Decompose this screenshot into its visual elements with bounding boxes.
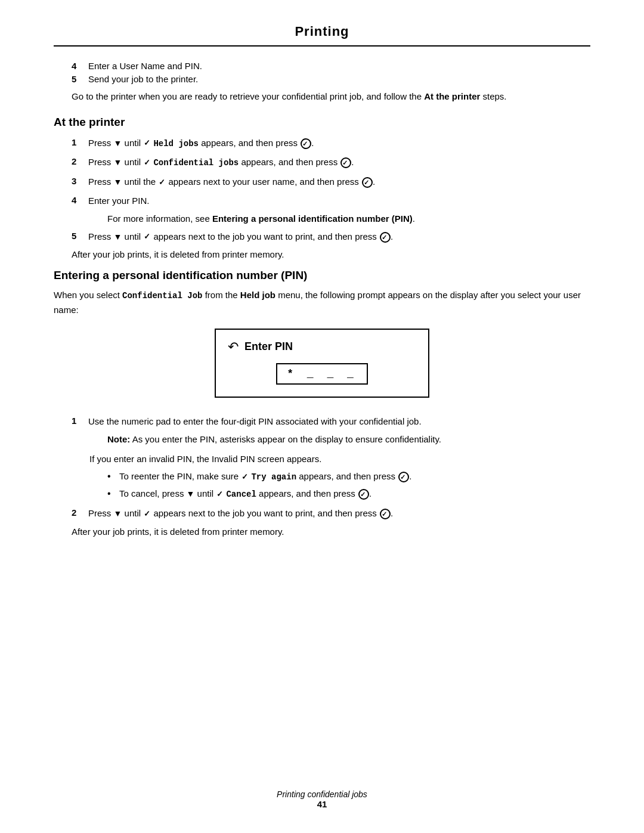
pin-steps: 1 Use the numeric pad to enter the four-…	[72, 414, 590, 521]
list-num-5: 5	[72, 74, 81, 84]
sub-note-end: .	[413, 213, 415, 224]
step-content-4: Enter your PIN.	[88, 194, 590, 208]
goto-bold: At the printer	[424, 91, 480, 101]
pin-input-display: * _ _ _	[276, 363, 368, 385]
pin-step-2: 2 Press ▼ until ✓ appears next to the jo…	[72, 506, 590, 521]
step-2: 2 Press ▼ until ✓ Confidential jobs appe…	[72, 155, 590, 170]
pin-intro: When you select Confidential Job from th…	[54, 288, 590, 317]
page: Printing 4 Enter a User Name and PIN. 5 …	[0, 0, 644, 833]
page-footer: Printing confidential jobs 41	[0, 789, 644, 809]
confidential-jobs-code: Confidential jobs	[153, 158, 239, 168]
list-text-4: Enter a User Name and PIN.	[88, 61, 202, 71]
step-3: 3 Press ▼ until the ✓ appears next to yo…	[72, 175, 590, 189]
list-num-4: 4	[72, 61, 81, 71]
checkmark-icon: ✓	[159, 176, 165, 188]
bullet-icon: •	[107, 487, 114, 501]
at-printer-heading: At the printer	[54, 116, 590, 129]
select-btn-icon	[301, 138, 311, 149]
pin-step-num-1: 1	[72, 414, 81, 428]
pin-intro-1: When you select	[54, 290, 122, 300]
pin-step-content-2: Press ▼ until ✓ appears next to the job …	[88, 506, 590, 521]
step-content-3: Press ▼ until the ✓ appears next to your…	[88, 175, 590, 189]
bullet-content-1: To reenter the PIN, make sure ✓ Try agai…	[119, 469, 411, 484]
step-num-1: 1	[72, 136, 81, 150]
bullet-icon: •	[107, 469, 114, 484]
pin-display-wrapper: ↶ Enter PIN * _ _ _	[54, 329, 590, 398]
step-content-5: Press ▼ until ✓ appears next to the job …	[88, 230, 590, 244]
arrow-down-icon: ▼	[114, 156, 122, 169]
at-printer-after-text: After your job prints, it is deleted fro…	[72, 248, 590, 262]
select-btn-icon	[380, 232, 391, 243]
pin-note: Note: As you enter the PIN, asterisks ap…	[107, 433, 590, 447]
cancel-code: Cancel	[226, 490, 256, 499]
list-item: 5 Send your job to the printer.	[72, 74, 590, 84]
confidential-job-code: Confidential Job	[122, 291, 202, 301]
step-content-2: Press ▼ until ✓ Confidential jobs appear…	[88, 155, 590, 170]
at-printer-steps: 1 Press ▼ until ✓ Held jobs appears, and…	[72, 136, 590, 244]
list-text-5: Send your job to the printer.	[88, 74, 198, 84]
invalid-pin-text: If you enter an invalid PIN, the Invalid…	[89, 453, 590, 466]
pin-step-num-2: 2	[72, 506, 81, 520]
bullet-list: • To reenter the PIN, make sure ✓ Try ag…	[107, 469, 590, 501]
checkmark-icon: ✓	[144, 508, 150, 520]
bullet-item-2: • To cancel, press ▼ until ✓ Cancel appe…	[107, 487, 590, 501]
step-num-3: 3	[72, 175, 81, 188]
list-item: 4 Enter a User Name and PIN.	[72, 61, 590, 71]
try-again-code: Try again	[251, 472, 296, 482]
top-list: 4 Enter a User Name and PIN. 5 Send your…	[72, 61, 590, 84]
undo-icon: ↶	[228, 339, 239, 355]
pin-after-text: After your job prints, it is deleted fro…	[72, 525, 590, 539]
step-num-5: 5	[72, 230, 81, 243]
arrow-down-icon: ▼	[114, 176, 122, 189]
footer-page-num: 41	[0, 799, 644, 809]
select-btn-icon	[380, 509, 391, 519]
checkmark-icon: ✓	[144, 231, 150, 243]
checkmark-icon: ✓	[242, 471, 248, 483]
sub-note: For more information, see Entering a per…	[107, 212, 590, 226]
checkmark-icon: ✓	[144, 157, 150, 169]
select-btn-icon	[398, 472, 409, 482]
step-content-1: Press ▼ until ✓ Held jobs appears, and t…	[88, 136, 590, 151]
bullet-content-2: To cancel, press ▼ until ✓ Cancel appear…	[119, 487, 371, 501]
goto-text-1: Go to the printer when you are ready to …	[72, 91, 424, 101]
header-rule	[54, 45, 590, 47]
pin-intro-2: from the	[202, 290, 240, 300]
held-job-bold: Held job	[240, 290, 275, 300]
arrow-down-icon: ▼	[114, 137, 122, 150]
page-header: Printing	[54, 24, 590, 39]
goto-text-2: steps.	[480, 91, 506, 101]
step-4: 4 Enter your PIN.	[72, 194, 590, 208]
select-btn-icon	[340, 157, 351, 168]
pin-input-row: * _ _ _	[228, 363, 416, 385]
pin-step-1: 1 Use the numeric pad to enter the four-…	[72, 414, 590, 428]
step-num-4: 4	[72, 194, 81, 208]
held-jobs-code: Held jobs	[153, 139, 199, 148]
bullet-item-1: • To reenter the PIN, make sure ✓ Try ag…	[107, 469, 590, 484]
note-text: As you enter the PIN, asterisks appear o…	[130, 434, 441, 444]
pin-section-heading: Entering a personal identification numbe…	[54, 269, 590, 282]
pin-box-header: ↶ Enter PIN	[228, 339, 416, 355]
pin-box-title: Enter PIN	[244, 340, 293, 353]
pin-display-box: ↶ Enter PIN * _ _ _	[215, 329, 429, 398]
note-bold: Note:	[107, 434, 130, 444]
checkmark-icon: ✓	[216, 488, 223, 500]
select-btn-icon	[358, 489, 369, 500]
step-num-2: 2	[72, 155, 81, 169]
arrow-down-icon: ▼	[187, 488, 195, 501]
checkmark-icon: ✓	[144, 137, 150, 149]
sub-note-text: For more information, see	[107, 213, 212, 224]
arrow-down-icon: ▼	[114, 231, 122, 244]
step-1: 1 Press ▼ until ✓ Held jobs appears, and…	[72, 136, 590, 151]
sub-note-bold: Entering a personal identification numbe…	[212, 213, 413, 224]
goto-text: Go to the printer when you are ready to …	[72, 90, 590, 104]
page-title: Printing	[295, 24, 349, 39]
select-btn-icon	[362, 177, 373, 188]
arrow-down-icon: ▼	[114, 507, 122, 521]
footer-italic: Printing confidential jobs	[0, 789, 644, 799]
step-5: 5 Press ▼ until ✓ appears next to the jo…	[72, 230, 590, 244]
pin-step-content-1: Use the numeric pad to enter the four-di…	[88, 414, 590, 428]
